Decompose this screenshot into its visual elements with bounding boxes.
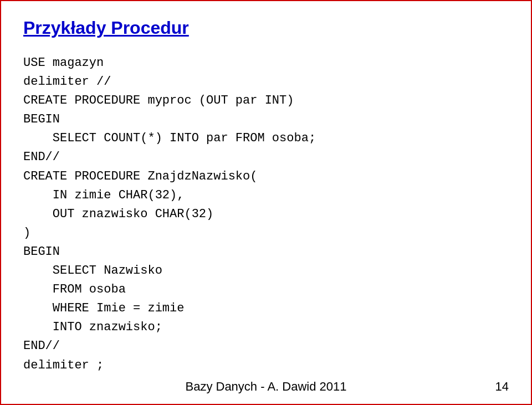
code-line-11: BEGIN: [23, 243, 509, 262]
code-line-2: delimiter //: [23, 73, 509, 91]
code-line-3: CREATE PROCEDURE myproc (OUT par INT): [23, 91, 509, 110]
code-line-17: delimiter ;: [23, 356, 509, 375]
code-line-4: BEGIN: [23, 110, 509, 129]
code-line-14: WHERE Imie = zimie: [23, 299, 509, 318]
footer-text: Bazy Danych - A. Dawid 2011: [185, 380, 346, 394]
code-line-15: INTO znazwisko;: [23, 318, 509, 337]
code-line-7: CREATE PROCEDURE ZnajdzNazwisko(: [23, 167, 509, 186]
footer-page: 14: [495, 380, 509, 394]
code-line-13: FROM osoba: [23, 280, 509, 299]
slide: Przykłady Procedur USE magazyn delimiter…: [0, 0, 532, 405]
code-line-16: END//: [23, 337, 509, 356]
slide-title: Przykłady Procedur: [23, 18, 509, 38]
code-line-8: IN zimie CHAR(32),: [23, 186, 509, 205]
code-line-6: END//: [23, 148, 509, 167]
code-line-12: SELECT Nazwisko: [23, 262, 509, 280]
code-line-1: USE magazyn: [23, 54, 509, 73]
code-block: USE magazyn delimiter // CREATE PROCEDUR…: [23, 54, 509, 375]
code-line-9: OUT znazwisko CHAR(32): [23, 205, 509, 224]
footer: Bazy Danych - A. Dawid 2011 14: [23, 380, 509, 394]
code-line-10: ): [23, 224, 509, 243]
code-line-5: SELECT COUNT(*) INTO par FROM osoba;: [23, 129, 509, 148]
